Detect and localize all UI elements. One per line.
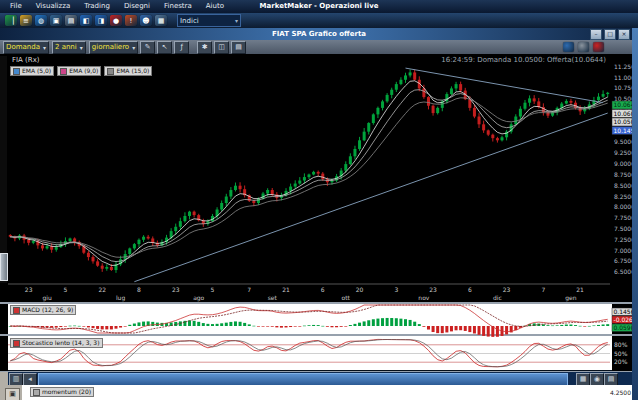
chart-toolbar-left: Domanda▾2 anni▾giornaliero▾✎↖ƒ✱◫▤ — [0, 41, 246, 54]
alarm-icon[interactable] — [593, 42, 604, 52]
minimize-button[interactable]: – — [590, 29, 602, 40]
function-tool-icon[interactable]: ƒ — [174, 41, 189, 54]
stochastic-legend-label: Stocastico lento (14, 3, 3) — [22, 339, 100, 347]
export-tool-icon[interactable]: ◫ — [214, 41, 229, 54]
panel-separator — [0, 302, 632, 304]
table-tool-icon[interactable]: ▤ — [231, 41, 246, 54]
menu-items: FileVisualizzaTradingDisegniFinestraAiut… — [0, 0, 231, 13]
chevron-down-icon: ▾ — [235, 17, 238, 24]
interval-select-value: giornaliero — [92, 43, 129, 51]
ema-chip-icon — [107, 68, 114, 75]
menu-file[interactable]: File — [3, 0, 29, 13]
ema-label: EMA (5,0) — [22, 67, 51, 75]
main-toolbar: ▕≡◍▣▤◧◨●!☻▦ Indici ▾ — [0, 13, 638, 28]
horizontal-scrollbar[interactable]: ▥◂▦◉▤ — [8, 372, 632, 385]
macd-legend[interactable]: MACD (12, 26, 9) — [10, 305, 76, 315]
interval-select[interactable]: giornaliero▾ — [89, 41, 138, 54]
ema-label: EMA (9,0) — [69, 67, 98, 75]
ema-legend-item[interactable]: EMA (15,0) — [104, 66, 152, 76]
vertical-scrollbar-thumb[interactable] — [0, 253, 8, 281]
toolbar-icons: ▕≡◍▣▤◧◨●!☻▦ — [5, 15, 167, 26]
ema-legend: EMA (5,0)EMA (9,0)EMA (15,0) — [10, 66, 152, 76]
chart-toolbar: Domanda▾2 anni▾giornaliero▾✎↖ƒ✱◫▤ — [0, 40, 632, 54]
window-right-border — [632, 28, 638, 400]
alert-icon[interactable]: ! — [125, 15, 137, 26]
macd-chip-icon — [13, 307, 20, 314]
chart-candles-icon[interactable]: ▕ — [5, 15, 17, 26]
quote-list-icon[interactable]: ≡ — [20, 15, 32, 26]
menu-disegni[interactable]: Disegni — [117, 0, 157, 13]
momentum-panel[interactable] — [22, 385, 632, 400]
chart-window-titlebar[interactable]: FIAT SPA Grafico offerta –□× — [0, 28, 638, 40]
snapshot-icon[interactable] — [578, 42, 589, 52]
menu-trading[interactable]: Trading — [77, 0, 117, 13]
window-buttons: –□× — [590, 29, 630, 40]
chart-style-icon[interactable] — [563, 42, 574, 52]
momentum-chip-icon — [33, 389, 40, 396]
panel-separator — [0, 334, 632, 336]
users-icon[interactable]: ☻ — [140, 15, 152, 26]
menu-aiuto[interactable]: Aiuto — [199, 0, 231, 13]
chart-window-icon[interactable]: ◧ — [80, 15, 92, 26]
chevron-down-icon: ▾ — [132, 44, 135, 51]
close-button[interactable]: × — [618, 29, 630, 40]
quote-line: 16:24:59: Domanda 10.0500: Offerta(10.06… — [441, 56, 606, 64]
left-gutter — [0, 302, 8, 371]
draw-tool-icon[interactable]: ✎ — [140, 41, 155, 54]
menu-bar: FileVisualizzaTradingDisegniFinestraAiut… — [0, 0, 638, 13]
indicator-axis-area — [612, 302, 632, 371]
chart-window2-icon[interactable]: ◨ — [95, 15, 107, 26]
panel-icon[interactable]: ▣ — [5, 388, 20, 400]
menu-visualizza[interactable]: Visualizza — [29, 0, 77, 13]
momentum-legend[interactable]: momentum (20) — [30, 387, 94, 397]
chevron-down-icon: ▾ — [80, 44, 83, 51]
maximize-button[interactable]: □ — [604, 29, 616, 40]
momentum-legend-label: momentum (20) — [42, 388, 91, 396]
ema-chip-icon — [13, 68, 20, 75]
chevron-down-icon: ▾ — [43, 44, 46, 51]
record-icon[interactable]: ● — [110, 15, 122, 26]
ema-label: EMA (15,0) — [116, 67, 149, 75]
ema-legend-item[interactable]: EMA (9,0) — [57, 66, 101, 76]
monitor-icon[interactable]: ▣ — [50, 15, 62, 26]
macd-legend-label: MACD (12, 26, 9) — [22, 306, 73, 314]
period-select[interactable]: 2 anni▾ — [52, 41, 86, 54]
menu-finestra[interactable]: Finestra — [157, 0, 199, 13]
period-select-value: 2 anni — [55, 43, 77, 51]
chart-toolbar-right — [563, 42, 604, 52]
globe-icon[interactable]: ◍ — [35, 15, 47, 26]
chart-window-title: FIAT SPA Grafico offerta — [0, 28, 638, 40]
hand-tool-icon[interactable]: ✱ — [197, 41, 212, 54]
stochastic-legend[interactable]: Stocastico lento (14, 3, 3) — [10, 338, 103, 348]
series-select[interactable]: Domanda▾ — [3, 41, 49, 54]
news-icon[interactable]: ▤ — [65, 15, 77, 26]
momentum-axis-label: 4.2500 — [610, 389, 631, 396]
ema-chip-icon — [60, 68, 67, 75]
screens-icon[interactable]: ▦ — [155, 15, 167, 26]
marketmaker-app: FileVisualizzaTradingDisegniFinestraAiut… — [0, 0, 638, 400]
chart-plot-area[interactable] — [0, 54, 632, 302]
stochastic-chip-icon — [13, 340, 20, 347]
instrument-combo[interactable]: Indici ▾ — [177, 14, 241, 27]
symbol-legend: FIA (Rx) — [12, 56, 40, 64]
ema-legend-item[interactable]: EMA (5,0) — [10, 66, 54, 76]
pointer-tool-icon[interactable]: ↖ — [157, 41, 172, 54]
vertical-scrollbar[interactable] — [0, 56, 7, 283]
macd-panel[interactable] — [8, 304, 612, 334]
instrument-combo-value: Indici — [180, 17, 199, 25]
series-select-value: Domanda — [6, 43, 40, 51]
